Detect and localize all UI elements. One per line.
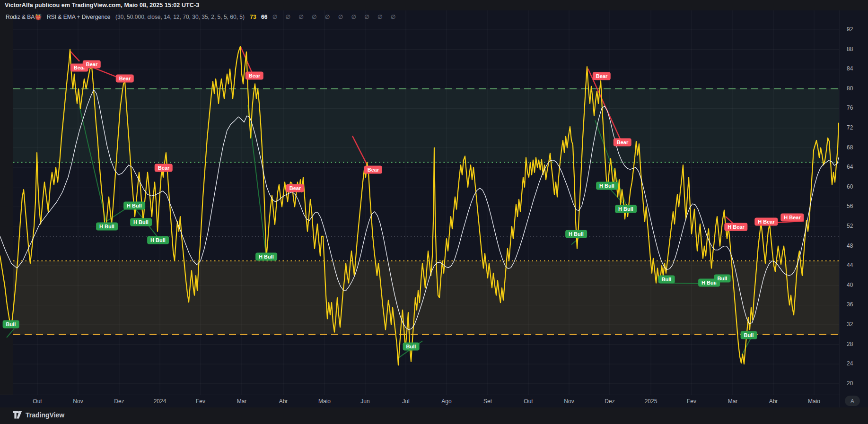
time-tick-label: Nov <box>73 398 83 405</box>
time-tick-label: Maio <box>318 398 331 405</box>
divergence-label-bull: H Bull <box>147 236 169 244</box>
divergence-label-bull: Bull <box>658 276 675 284</box>
price-tick-label: 44 <box>847 262 866 268</box>
divergence-label-bear: H Bear <box>780 214 804 222</box>
logo-text: TradingView <box>26 411 64 419</box>
price-tick-label: 68 <box>847 144 866 151</box>
time-tick-label: Ago <box>441 398 451 405</box>
price-tick-label: 56 <box>847 203 866 209</box>
price-tick-label: 48 <box>847 242 866 249</box>
tradingview-logo-icon <box>12 410 22 420</box>
indicator-plot <box>0 0 868 424</box>
time-tick-label: Dez <box>605 398 614 405</box>
auto-scale-button[interactable]: A <box>845 396 860 406</box>
time-tick-label: Dez <box>114 398 124 405</box>
price-tick-label: 36 <box>847 301 866 308</box>
price-axis[interactable]: 92888480767268646056524844403632282420 <box>840 10 868 407</box>
time-tick-label: Mar <box>237 398 247 405</box>
price-tick-label: 72 <box>847 124 866 131</box>
divergence-label-bear: Bear <box>155 164 173 172</box>
price-tick-label: 40 <box>847 282 866 288</box>
price-tick-label: 20 <box>847 380 866 387</box>
tradingview-logo[interactable]: TradingView <box>12 410 64 420</box>
divergence-label-bear: Bear <box>116 74 134 82</box>
time-tick-label: Fev <box>687 398 696 405</box>
price-tick-label: 80 <box>847 85 866 92</box>
footer-bar: TradingView <box>0 407 868 424</box>
price-tick-label: 52 <box>847 223 866 229</box>
time-tick-label: Jun <box>360 398 369 405</box>
time-tick-label: 2025 <box>645 398 658 405</box>
divergence-label-bear: Bear <box>83 60 101 68</box>
divergence-label-bear: Bear <box>614 138 631 147</box>
indicator-params: (30, 50.000, close, 14, 12, 70, 30, 35, … <box>115 14 245 20</box>
time-tick-label: Out <box>33 398 42 405</box>
price-tick-label: 64 <box>847 164 866 170</box>
divergence-label-bear: Bear <box>245 71 263 79</box>
price-tick-label: 28 <box>847 341 866 347</box>
price-tick-label: 84 <box>847 65 866 72</box>
tradingview-snapshot: VictorAlfa publicou em TradingView.com, … <box>0 0 868 424</box>
divergence-label-bull: H Bull <box>615 205 637 213</box>
time-tick-label: 2024 <box>154 398 167 405</box>
divergence-label-bear: Bear <box>364 166 382 174</box>
divergence-label-bear: Bear <box>593 72 611 80</box>
indicator-empty-values: ∅ ∅ ∅ ∅ ∅ ∅ ∅ ∅ ∅ ∅ <box>272 14 399 20</box>
divergence-label-bear: H Bear <box>724 223 747 231</box>
price-tick-label: 92 <box>847 26 866 33</box>
time-axis[interactable]: OutNovDez2024FevMarAbrMaioJunJulAgoSetOu… <box>0 395 840 408</box>
divergence-label-bear: H Bear <box>754 217 778 225</box>
divergence-label-bull: Bull <box>3 320 19 328</box>
price-tick-label: 32 <box>847 321 866 328</box>
divergence-label-bull: H Bull <box>130 218 152 226</box>
price-tick-label: 88 <box>847 46 866 52</box>
price-tick-label: 76 <box>847 104 866 111</box>
divergence-label-bull: Bull <box>714 275 731 283</box>
divergence-label-bull: H Bull <box>596 182 618 190</box>
time-tick-label: Abr <box>769 398 778 405</box>
divergence-label-bull: H Bull <box>255 253 277 261</box>
price-tick-label: 24 <box>847 360 866 367</box>
divergence-label-bull: H Bull <box>96 223 118 231</box>
time-tick-label: Set <box>483 398 492 405</box>
divergence-label-bull: Bull <box>403 342 420 350</box>
time-tick-label: Mar <box>728 398 738 405</box>
divergence-label-bull: Bull <box>741 331 757 339</box>
time-tick-label: Maio <box>808 398 820 405</box>
indicator-title-row[interactable]: Rodiz & BA👹 RSI & EMA + Divergence (30, … <box>6 14 399 20</box>
time-tick-label: Out <box>524 398 533 405</box>
time-tick-label: Nov <box>564 398 574 405</box>
ema-value: 66 <box>261 14 267 20</box>
divergence-label-bear: Bear <box>286 184 304 192</box>
time-tick-label: Fev <box>196 398 205 405</box>
divergence-label-bull: H Bull <box>565 230 587 238</box>
divergence-label-bull: H Bull <box>123 202 145 210</box>
indicator-name: Rodiz & BA👹 <box>6 14 42 20</box>
rsi-value: 73 <box>250 14 256 20</box>
time-tick-label: Abr <box>279 398 288 405</box>
price-tick-label: 60 <box>847 183 866 190</box>
time-tick-label: Jul <box>402 398 409 405</box>
indicator-title: RSI & EMA + Divergence <box>47 14 110 20</box>
